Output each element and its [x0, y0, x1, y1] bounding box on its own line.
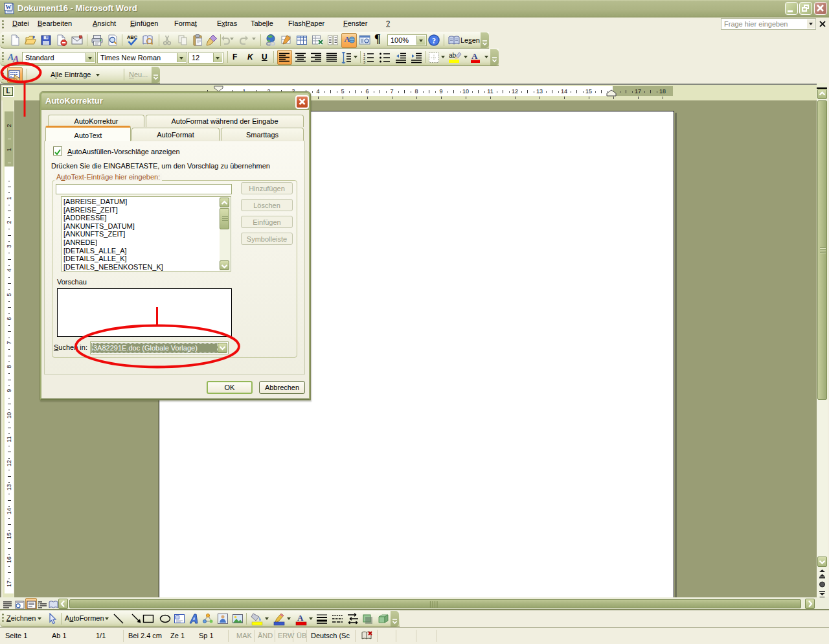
- svg-text:W: W: [6, 4, 12, 10]
- svg-text:?: ?: [432, 36, 436, 45]
- svg-text:A: A: [297, 613, 304, 623]
- svg-text:A: A: [471, 51, 478, 61]
- svg-text:A: A: [12, 54, 19, 64]
- svg-text:3: 3: [363, 60, 365, 64]
